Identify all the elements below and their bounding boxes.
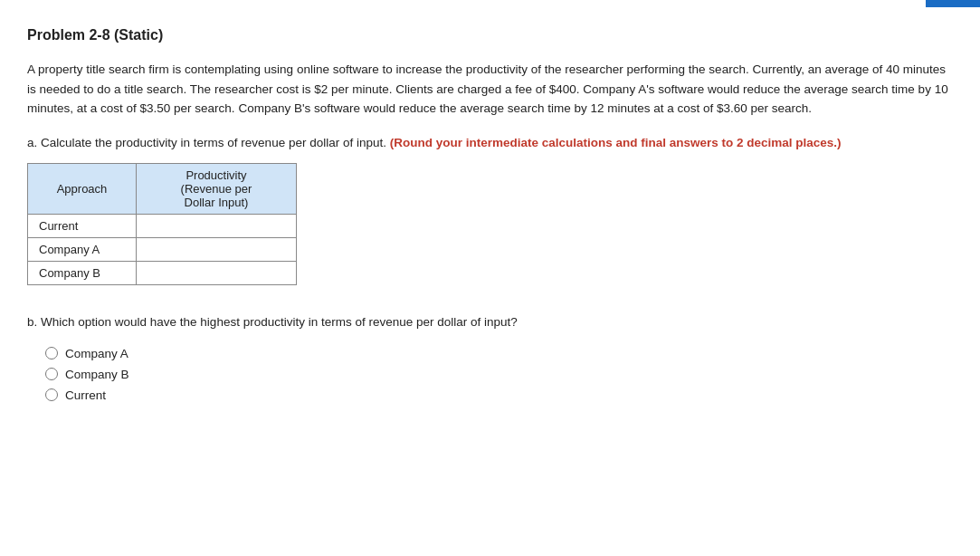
top-bar-accent (926, 0, 980, 7)
col-productivity-header: Productivity (Revenue per Dollar Input) (137, 164, 297, 215)
row-label-company-b: Company B (28, 262, 137, 285)
radio-opt-company-b[interactable] (45, 368, 58, 380)
table-row: Company B (28, 262, 297, 285)
radio-item-opt-company-a[interactable]: Company A (45, 347, 953, 360)
input-cell-company-b[interactable] (137, 262, 297, 285)
productivity-input-0[interactable] (140, 219, 292, 233)
radio-item-opt-company-b[interactable]: Company B (45, 368, 953, 381)
part-a-label: a. Calculate the productivity in terms o… (27, 133, 953, 153)
input-cell-current[interactable] (137, 215, 297, 238)
radio-item-opt-current[interactable]: Current (45, 388, 953, 402)
problem-description: A property title search firm is contempl… (27, 60, 953, 119)
productivity-table: Approach Productivity (Revenue per Dolla… (27, 163, 297, 285)
radio-group-options: Company ACompany BCurrent (45, 347, 953, 402)
problem-title: Problem 2-8 (Static) (27, 27, 953, 43)
input-cell-company-a[interactable] (137, 238, 297, 262)
row-label-current: Current (28, 215, 137, 238)
radio-label-opt-company-a: Company A (65, 347, 128, 360)
col-approach-header: Approach (28, 164, 137, 215)
table-row: Current (28, 215, 297, 238)
productivity-input-1[interactable] (140, 243, 292, 256)
part-b-label: b. Which option would have the highest p… (27, 312, 953, 332)
productivity-input-2[interactable] (140, 266, 292, 280)
radio-label-opt-company-b: Company B (65, 368, 129, 381)
radio-opt-company-a[interactable] (45, 347, 58, 359)
radio-opt-current[interactable] (45, 388, 58, 401)
row-label-company-a: Company A (28, 238, 137, 262)
table-row: Company A (28, 238, 297, 262)
part-a-highlight: (Round your intermediate calculations an… (390, 136, 842, 149)
radio-label-opt-current: Current (65, 388, 106, 402)
